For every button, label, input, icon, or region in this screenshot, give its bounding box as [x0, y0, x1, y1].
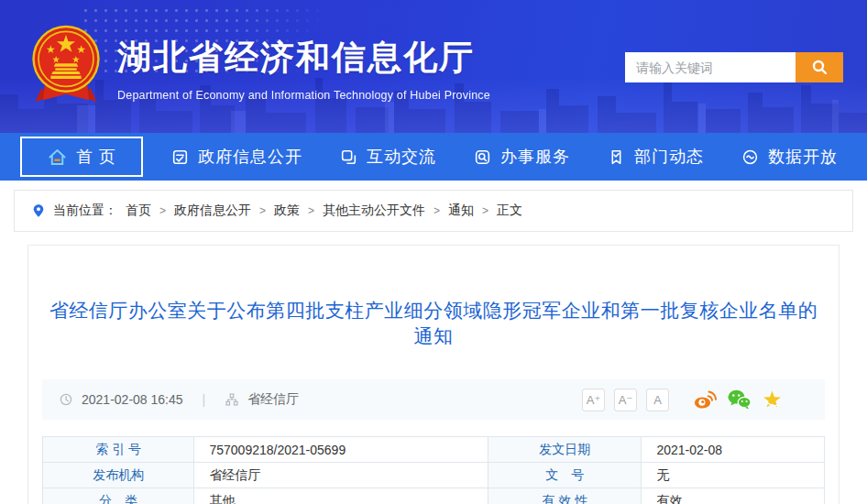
nav-item-open-data[interactable]: 数据开放 — [731, 137, 847, 177]
meta-label-category: 分 类 — [43, 488, 194, 504]
site-search — [625, 52, 843, 82]
font-size-increase-button[interactable]: A⁺ — [582, 389, 605, 411]
location-pin-icon — [31, 203, 46, 219]
main-nav: 首 页 政府信息公开 互动交流 办事服务 部门动态 — [0, 133, 867, 181]
breadcrumb-item-home[interactable]: 首页 — [126, 203, 151, 219]
site-brand: 湖北省经济和信息化厅 Department of Economy and Inf… — [27, 24, 490, 106]
breadcrumb-separator: > — [159, 204, 166, 217]
document-meta-table: 索 引 号 757009218/2021-05699 发文日期 2021-02-… — [42, 436, 825, 504]
meta-value-issuing-agency: 省经信厅 — [194, 463, 488, 488]
wechat-icon[interactable] — [727, 389, 752, 411]
nav-item-label: 部门动态 — [634, 146, 704, 168]
breadcrumb-item-gov-info[interactable]: 政府信息公开 — [174, 203, 251, 219]
article-meta-bar: 2021-02-08 16:45 | 省经信厅 A⁺ A⁻ A — [42, 379, 825, 420]
nav-item-label: 办事服务 — [500, 146, 570, 168]
site-subtitle: Department of Economy and Information Te… — [117, 89, 490, 102]
org-sitemap-icon — [225, 392, 239, 407]
site-header: 湖北省经济和信息化厅 Department of Economy and Inf… — [0, 0, 867, 133]
bookmark-check-icon — [607, 148, 626, 167]
publish-time: 2021-02-08 16:45 — [82, 392, 183, 407]
weibo-icon[interactable] — [693, 389, 718, 411]
article-meta-actions: A⁺ A⁻ A — [582, 389, 784, 411]
meta-label-issue-date: 发文日期 — [488, 437, 642, 463]
search-icon — [811, 59, 829, 76]
breadcrumb-item-current: 正文 — [497, 203, 522, 219]
meta-label-index-number: 索 引 号 — [43, 437, 194, 463]
table-row: 分 类 其他 有 效 性 有效 — [43, 488, 825, 504]
qzone-icon[interactable] — [761, 389, 784, 411]
nav-item-services[interactable]: 办事服务 — [464, 137, 579, 177]
breadcrumb-separator: > — [259, 204, 266, 217]
breadcrumb-item-other-docs[interactable]: 其他主动公开文件 — [323, 203, 425, 219]
meta-value-category: 其他 — [194, 488, 488, 504]
meta-divider: | — [203, 392, 206, 407]
nav-item-label: 数据开放 — [768, 146, 838, 168]
site-title: 湖北省经济和信息化厅 — [117, 35, 490, 81]
breadcrumb-item-policy[interactable]: 政策 — [274, 203, 300, 219]
nav-item-label: 政府信息公开 — [198, 146, 302, 168]
nav-item-home[interactable]: 首 页 — [20, 137, 143, 177]
breadcrumb-separator: > — [434, 204, 440, 217]
china-national-emblem-icon — [27, 24, 104, 106]
nav-item-interaction[interactable]: 互动交流 — [330, 137, 445, 177]
wave-circle-icon — [741, 148, 760, 167]
breadcrumb-item-notice[interactable]: 通知 — [448, 203, 474, 219]
meta-label-issuing-agency: 发布机构 — [43, 463, 194, 488]
breadcrumb-separator: > — [308, 204, 314, 217]
search-button[interactable] — [796, 52, 843, 82]
meta-value-issue-date: 2021-02-08 — [642, 437, 825, 463]
article-meta-left: 2021-02-08 16:45 | 省经信厅 — [59, 391, 299, 408]
home-icon — [47, 147, 68, 168]
font-size-reset-button[interactable]: A — [646, 389, 669, 411]
nav-item-department-news[interactable]: 部门动态 — [598, 137, 713, 177]
document-check-icon — [170, 148, 190, 167]
clock-icon — [59, 392, 73, 407]
overlap-squares-icon — [339, 148, 358, 167]
search-input[interactable] — [625, 52, 796, 82]
nav-item-label: 首 页 — [76, 146, 116, 168]
meta-value-doc-number: 无 — [642, 463, 825, 488]
breadcrumb-separator: > — [482, 204, 488, 217]
breadcrumb: 当前位置： 首页 > 政府信息公开 > 政策 > 其他主动公开文件 > 通知 >… — [14, 190, 853, 232]
nav-item-gov-info[interactable]: 政府信息公开 — [161, 137, 312, 177]
brand-text: 湖北省经济和信息化厅 Department of Economy and Inf… — [117, 24, 490, 102]
meta-value-validity: 有效 — [642, 488, 825, 504]
meta-value-index-number: 757009218/2021-05699 — [194, 437, 488, 463]
article-source: 省经信厅 — [247, 391, 299, 408]
table-row: 发布机构 省经信厅 文 号 无 — [43, 463, 825, 488]
article-card: 省经信厅办公室关于公布第四批支柱产业细分领域隐形冠军企业和第一批复核企业名单的通… — [27, 245, 840, 504]
meta-label-validity: 有 效 性 — [488, 488, 642, 504]
font-size-decrease-button[interactable]: A⁻ — [614, 389, 637, 411]
article-title: 省经信厅办公室关于公布第四批支柱产业细分领域隐形冠军企业和第一批复核企业名单的通… — [42, 298, 825, 349]
magnifier-box-icon — [473, 148, 492, 167]
meta-label-doc-number: 文 号 — [488, 463, 642, 488]
breadcrumb-prefix: 当前位置： — [53, 203, 117, 219]
nav-item-label: 互动交流 — [367, 146, 436, 168]
table-row: 索 引 号 757009218/2021-05699 发文日期 2021-02-… — [43, 437, 825, 463]
